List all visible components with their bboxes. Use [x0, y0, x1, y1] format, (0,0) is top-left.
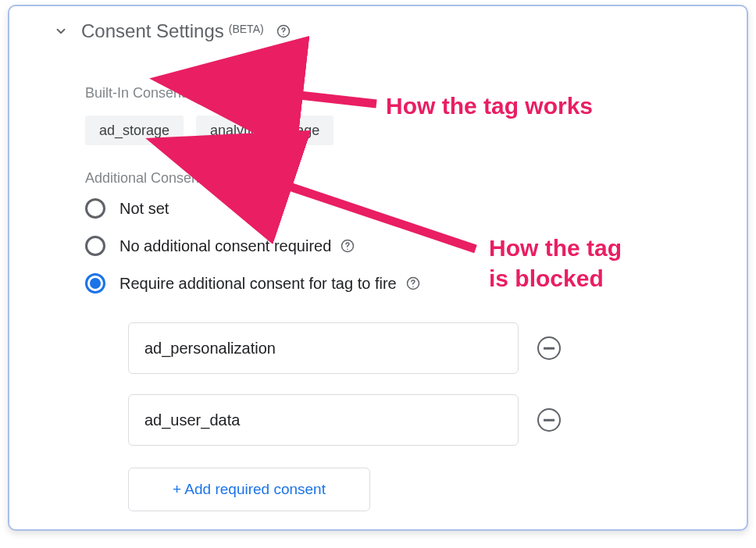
add-required-consent-button[interactable]: + Add required consent [128, 468, 370, 511]
help-icon[interactable] [244, 84, 261, 101]
chevron-down-icon[interactable] [52, 22, 70, 41]
panel-title: Consent Settings (BETA) [81, 20, 264, 42]
annotation-blocked: How the tag is blocked [489, 233, 622, 294]
radio-label: Not set [119, 200, 169, 218]
radio-option-no-additional[interactable]: No additional consent required [85, 236, 422, 256]
required-consent-row: ad_user_data [128, 394, 561, 446]
radio-icon [85, 236, 105, 256]
help-icon[interactable] [339, 237, 356, 254]
radio-option-require[interactable]: Require additional consent for tag to fi… [85, 273, 422, 294]
svg-point-5 [348, 248, 349, 250]
radio-label: No additional consent required [119, 237, 356, 255]
svg-point-7 [412, 286, 414, 287]
additional-radio-group: Not set No additional consent required R… [85, 198, 422, 294]
radio-icon [85, 273, 105, 294]
additional-checks-label: Additional Consent Checks [85, 170, 254, 186]
built-in-checks-label: Built-In Consent Checks [85, 85, 236, 101]
svg-point-1 [283, 34, 284, 34]
required-consent-row: ad_personalization [128, 322, 561, 374]
built-in-checks-header: Built-In Consent Checks [85, 84, 261, 101]
remove-icon[interactable] [537, 336, 561, 360]
beta-badge: (BETA) [229, 23, 264, 35]
consent-input[interactable]: ad_user_data [128, 394, 519, 446]
panel-title-text: Consent Settings [81, 20, 224, 42]
consent-chip: ad_storage [85, 116, 184, 145]
required-consent-list: ad_personalization ad_user_data + Add re… [128, 322, 561, 511]
panel-header: Consent Settings (BETA) [52, 20, 292, 42]
help-icon[interactable] [405, 275, 422, 292]
annotation-works: How the tag works [386, 91, 593, 121]
built-in-chips: ad_storage analytics_storage [85, 116, 333, 145]
remove-icon[interactable] [537, 408, 561, 432]
svg-point-3 [251, 95, 253, 97]
svg-line-8 [286, 94, 376, 104]
radio-icon [85, 198, 105, 219]
radio-option-not-set[interactable]: Not set [85, 198, 422, 219]
radio-label: Require additional consent for tag to fi… [119, 275, 422, 293]
consent-settings-panel: Consent Settings (BETA) Built-In Consent… [8, 5, 748, 531]
additional-checks-header: Additional Consent Checks [85, 170, 254, 187]
consent-input[interactable]: ad_personalization [128, 322, 519, 374]
consent-chip: analytics_storage [196, 116, 333, 145]
help-icon[interactable] [275, 23, 292, 40]
